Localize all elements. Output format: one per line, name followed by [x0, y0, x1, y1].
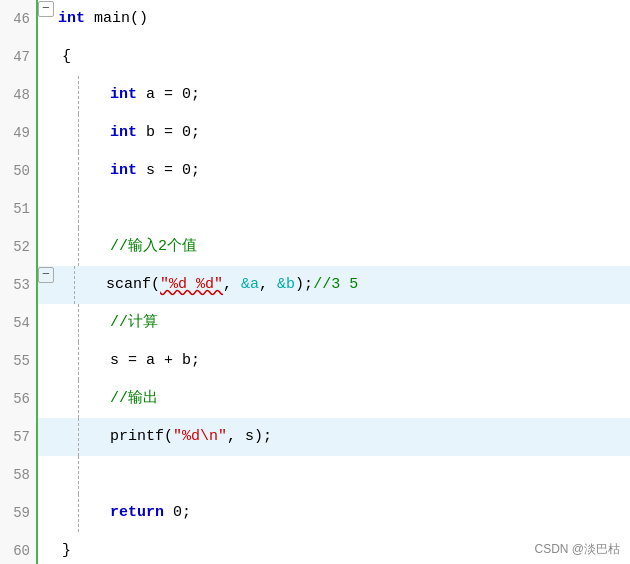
- line-number: 46: [0, 0, 38, 38]
- fold-indicator: [38, 114, 58, 152]
- comment-token: //3 5: [313, 266, 358, 304]
- indent-area: [54, 266, 102, 304]
- indent-area: [58, 152, 106, 190]
- code-content: //输入2个值: [106, 228, 630, 266]
- indent-area: [58, 76, 106, 114]
- plain-token: main(): [85, 0, 148, 38]
- plain-token: (: [164, 418, 173, 456]
- line-number: 54: [0, 304, 38, 342]
- plain-token: , s);: [227, 418, 272, 456]
- string-token: "%d\n": [173, 418, 227, 456]
- keyword-token: int: [110, 152, 137, 190]
- code-content: int s = 0;: [106, 152, 630, 190]
- plain-token: 0;: [164, 494, 191, 532]
- keyword-token: int: [110, 76, 137, 114]
- code-content: int main(): [54, 0, 630, 38]
- indent-area: [58, 494, 106, 532]
- comment-token: //输出: [110, 380, 158, 418]
- code-content: //输出: [106, 380, 630, 418]
- code-content: int b = 0;: [106, 114, 630, 152]
- code-line: 53−scanf("%d %d", &a, &b);//3 5: [0, 266, 630, 304]
- line-number: 50: [0, 152, 38, 190]
- code-editor: 46−int main()47{48int a = 0;49int b = 0;…: [0, 0, 630, 564]
- fold-indicator: [38, 304, 58, 342]
- plain-token: ,: [259, 266, 277, 304]
- plain-token: }: [62, 532, 71, 564]
- fold-indicator: [38, 38, 58, 76]
- plain-token: s = 0;: [137, 152, 200, 190]
- keyword-token: return: [110, 494, 164, 532]
- function-token: printf: [110, 418, 164, 456]
- fold-indicator[interactable]: −: [38, 1, 54, 17]
- indent-area: [58, 456, 106, 494]
- line-number: 57: [0, 418, 38, 456]
- code-content: [106, 190, 630, 228]
- code-line: 50int s = 0;: [0, 152, 630, 190]
- code-content: //计算: [106, 304, 630, 342]
- plain-token: );: [295, 266, 313, 304]
- code-line: 59return 0;: [0, 494, 630, 532]
- watermark: CSDN @淡巴枯: [534, 541, 620, 558]
- line-number: 53: [0, 266, 38, 304]
- fold-indicator[interactable]: −: [38, 267, 54, 283]
- code-content: {: [58, 38, 630, 76]
- code-line: 51: [0, 190, 630, 228]
- plain-token: a = 0;: [137, 76, 200, 114]
- code-content: s = a + b;: [106, 342, 630, 380]
- plain-token: (: [151, 266, 160, 304]
- plain-token: {: [62, 38, 71, 76]
- string-token: "%d %d": [160, 266, 223, 304]
- fold-indicator: [38, 418, 58, 456]
- code-content: return 0;: [106, 494, 630, 532]
- code-line: 46−int main(): [0, 0, 630, 38]
- fold-indicator: [38, 494, 58, 532]
- code-content: scanf("%d %d", &a, &b);//3 5: [102, 266, 630, 304]
- line-number: 60: [0, 532, 38, 564]
- code-area: 46−int main()47{48int a = 0;49int b = 0;…: [0, 0, 630, 564]
- code-line: 52//输入2个值: [0, 228, 630, 266]
- indent-area: [58, 304, 106, 342]
- fold-indicator: [38, 532, 58, 564]
- line-number: 48: [0, 76, 38, 114]
- line-number: 55: [0, 342, 38, 380]
- fold-indicator: [38, 380, 58, 418]
- address-token: &a: [241, 266, 259, 304]
- keyword-token: int: [58, 0, 85, 38]
- fold-indicator: [38, 152, 58, 190]
- code-line: 48int a = 0;: [0, 76, 630, 114]
- plain-token: s = a + b;: [110, 342, 200, 380]
- code-line: 49int b = 0;: [0, 114, 630, 152]
- address-token: &b: [277, 266, 295, 304]
- line-number: 52: [0, 228, 38, 266]
- plain-token: ,: [223, 266, 241, 304]
- indent-area: [58, 380, 106, 418]
- keyword-token: int: [110, 114, 137, 152]
- function-token: scanf: [106, 266, 151, 304]
- code-line: 55s = a + b;: [0, 342, 630, 380]
- indent-area: [58, 228, 106, 266]
- indent-area: [58, 190, 106, 228]
- code-line: 54//计算: [0, 304, 630, 342]
- code-line: 47{: [0, 38, 630, 76]
- fold-indicator: [38, 228, 58, 266]
- fold-indicator: [38, 190, 58, 228]
- code-content: [106, 456, 630, 494]
- fold-indicator: [38, 456, 58, 494]
- plain-token: b = 0;: [137, 114, 200, 152]
- indent-area: [58, 114, 106, 152]
- indent-area: [58, 342, 106, 380]
- comment-token: //计算: [110, 304, 158, 342]
- code-line: 57printf("%d\n", s);: [0, 418, 630, 456]
- line-number: 56: [0, 380, 38, 418]
- code-content: int a = 0;: [106, 76, 630, 114]
- line-number: 47: [0, 38, 38, 76]
- fold-indicator: [38, 76, 58, 114]
- line-number: 51: [0, 190, 38, 228]
- line-number: 59: [0, 494, 38, 532]
- line-number: 49: [0, 114, 38, 152]
- comment-token: //输入2个值: [110, 228, 197, 266]
- fold-indicator: [38, 342, 58, 380]
- indent-area: [58, 418, 106, 456]
- line-number: 58: [0, 456, 38, 494]
- code-content: printf("%d\n", s);: [106, 418, 630, 456]
